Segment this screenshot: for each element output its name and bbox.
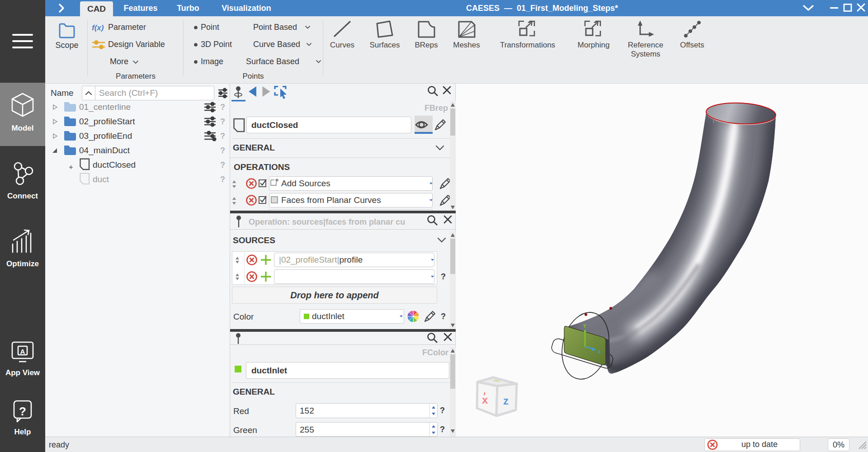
svg-text:Y: Y xyxy=(583,324,586,329)
svg-text:z: z xyxy=(503,395,509,407)
svg-text:f(x): f(x) xyxy=(92,24,104,32)
svg-text:x: x xyxy=(482,394,488,406)
svg-text:?: ? xyxy=(19,405,26,418)
svg-text:A: A xyxy=(20,348,25,355)
svg-text:z: z xyxy=(598,349,600,354)
